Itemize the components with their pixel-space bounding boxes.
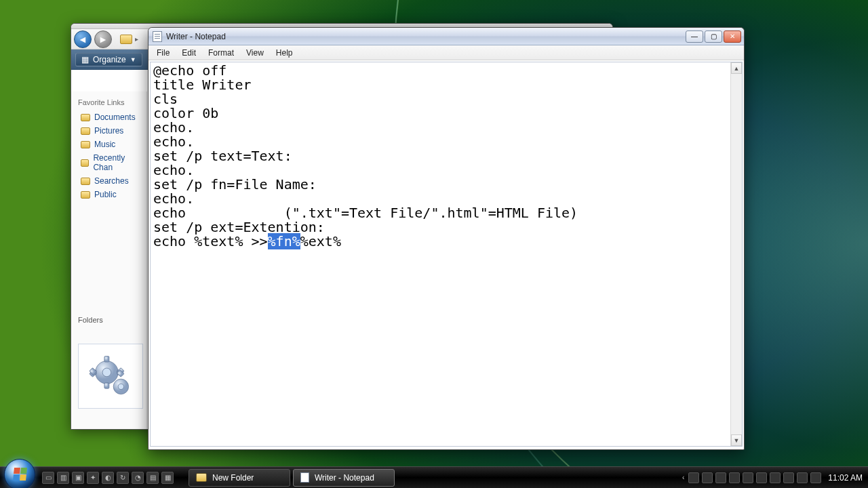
quick-launch: ▭ ▥ ▣ ✦ ◐ ↻ ◔ ▤ ▦: [38, 472, 184, 484]
tray-network-icon[interactable]: [797, 472, 808, 483]
task-buttons: New Folder Writer - Notepad: [189, 469, 395, 487]
explorer-sidebar: Favorite Links Documents Pictures Music …: [71, 92, 147, 429]
sidebar-item-label: Public: [94, 190, 117, 199]
notepad-icon: [153, 31, 162, 42]
tray-icon[interactable]: [715, 472, 726, 483]
tray-icon[interactable]: [702, 472, 713, 483]
sidebar-item-label: Music: [94, 140, 115, 149]
sidebar-item-label: Recently Chan: [93, 153, 140, 172]
tray-icon[interactable]: [688, 472, 699, 483]
taskbar-button-label: Writer - Notepad: [315, 473, 374, 483]
favorite-links-heading: Favorite Links: [71, 96, 146, 110]
ql-item[interactable]: ▣: [72, 472, 84, 484]
folder-icon: [81, 127, 90, 135]
tray-icon[interactable]: [756, 472, 767, 483]
tray-expand-icon[interactable]: ‹: [682, 474, 684, 481]
windows-logo-icon: [13, 468, 27, 481]
menu-view[interactable]: View: [241, 47, 269, 59]
sidebar-item-documents[interactable]: Documents: [71, 110, 146, 124]
taskbar-button-notepad[interactable]: Writer - Notepad: [293, 469, 395, 487]
chevron-right-icon: ▸: [135, 35, 138, 43]
tray-icon[interactable]: [729, 472, 740, 483]
folder-icon: [81, 114, 90, 121]
minimize-button[interactable]: —: [686, 30, 703, 43]
sidebar-item-public[interactable]: Public: [71, 188, 146, 201]
notepad-window: Writer - Notepad — ▢ ✕ File Edit Format …: [148, 27, 745, 450]
tray-icon[interactable]: [743, 472, 753, 483]
folder-icon: [196, 473, 207, 482]
taskbar-clock[interactable]: 11:02 AM: [828, 473, 863, 483]
menu-file[interactable]: File: [151, 47, 175, 59]
ql-show-desktop[interactable]: ▭: [42, 472, 54, 484]
taskbar: ▭ ▥ ▣ ✦ ◐ ↻ ◔ ▤ ▦ New Folder Writer - No…: [0, 466, 868, 488]
folder-icon: [120, 35, 132, 44]
scroll-down-button[interactable]: ▼: [731, 434, 742, 446]
editor-frame: @echo off title Writer cls color 0b echo…: [150, 62, 743, 447]
editor-text-after: %ext%: [300, 233, 341, 249]
ql-item[interactable]: ▤: [146, 472, 159, 484]
gear-icon: [87, 352, 134, 400]
organize-button[interactable]: ▦ Organize ▼: [75, 53, 142, 66]
menu-edit[interactable]: Edit: [176, 47, 201, 59]
sidebar-item-recent[interactable]: Recently Chan: [71, 151, 146, 174]
vertical-scrollbar[interactable]: ▲ ▼: [730, 62, 742, 446]
taskbar-button-new-folder[interactable]: New Folder: [189, 469, 290, 487]
maximize-button[interactable]: ▢: [705, 30, 722, 43]
sidebar-item-label: Pictures: [94, 126, 123, 136]
svg-point-9: [102, 368, 111, 377]
ql-item[interactable]: ▦: [161, 472, 174, 484]
folders-heading[interactable]: Folders: [78, 316, 103, 324]
svg-rect-1: [104, 357, 109, 362]
menu-format[interactable]: Format: [203, 47, 239, 59]
organize-label: Organize: [93, 55, 126, 64]
file-thumbnail[interactable]: [78, 344, 143, 409]
nav-forward-button[interactable]: ►: [94, 30, 112, 48]
editor-selection: %fn%: [268, 233, 300, 249]
ql-item[interactable]: ↻: [117, 472, 129, 484]
text-editor[interactable]: @echo off title Writer cls color 0b echo…: [151, 62, 730, 446]
sidebar-item-searches[interactable]: Searches: [71, 174, 146, 188]
window-title: Writer - Notepad: [166, 32, 226, 41]
editor-text-before: @echo off title Writer cls color 0b echo…: [153, 62, 578, 249]
tray-icon[interactable]: [770, 472, 781, 483]
tray-volume-icon[interactable]: [810, 472, 821, 483]
folder-icon: [81, 191, 90, 199]
nav-back-button[interactable]: ◄: [74, 30, 92, 48]
close-button[interactable]: ✕: [724, 30, 741, 43]
ql-item[interactable]: ◔: [132, 472, 144, 484]
menubar: File Edit Format View Help: [149, 45, 744, 60]
svg-rect-2: [104, 383, 109, 388]
tray-battery-icon[interactable]: [783, 472, 794, 483]
ql-item[interactable]: ◐: [102, 472, 114, 484]
chevron-down-icon: ▼: [130, 56, 136, 63]
sidebar-item-pictures[interactable]: Pictures: [71, 124, 146, 138]
taskbar-button-label: New Folder: [212, 473, 254, 483]
svg-point-11: [118, 384, 123, 389]
sidebar-item-music[interactable]: Music: [71, 138, 146, 151]
start-button[interactable]: [4, 459, 35, 489]
system-tray: ‹ 11:02 AM: [682, 472, 868, 483]
notepad-icon: [300, 472, 309, 483]
folder-icon: [81, 159, 89, 167]
sidebar-item-label: Documents: [94, 113, 136, 122]
menu-help[interactable]: Help: [271, 47, 298, 59]
ql-switch-windows[interactable]: ▥: [57, 472, 69, 484]
ql-item[interactable]: ✦: [87, 472, 99, 484]
organize-icon: ▦: [81, 55, 89, 64]
titlebar[interactable]: Writer - Notepad — ▢ ✕: [149, 28, 744, 45]
sidebar-item-label: Searches: [94, 176, 129, 186]
folder-icon: [81, 141, 90, 148]
scroll-up-button[interactable]: ▲: [731, 62, 742, 74]
folder-icon: [81, 178, 90, 185]
